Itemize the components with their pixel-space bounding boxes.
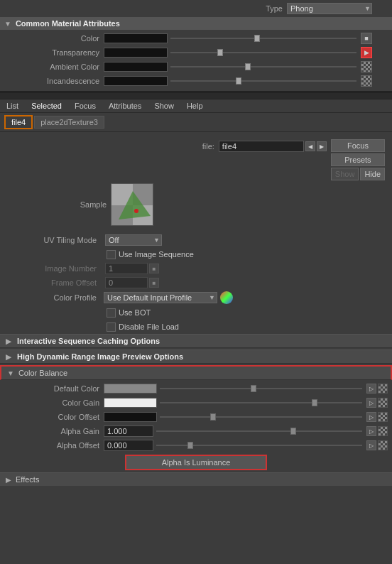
show-btn[interactable]: Show: [331, 168, 359, 180]
alpha-offset-checker[interactable]: [378, 440, 388, 450]
color-offset-icon[interactable]: ▷: [366, 412, 376, 422]
type-label: Type: [254, 4, 283, 13]
interactive-seq-section: ▶ Interactive Sequence Caching Options: [0, 334, 392, 348]
sample-row: Sample: [0, 180, 392, 229]
menu-attributes[interactable]: Attributes: [107, 101, 143, 111]
effects-arrow: ▶: [6, 476, 11, 484]
alpha-gain-checker[interactable]: [378, 426, 388, 436]
alpha-offset-label: Alpha Offset: [0, 441, 99, 450]
frame-offset-input[interactable]: [105, 277, 148, 288]
color-slider[interactable]: [170, 38, 356, 39]
color-profile-select[interactable]: Use Default Input Profile: [104, 292, 217, 303]
file-input[interactable]: [219, 141, 304, 152]
color-gain-icon[interactable]: ▷: [366, 398, 376, 408]
tabs-row: file4 place2dTexture3: [0, 113, 392, 132]
ambient-color-swatch[interactable]: [104, 62, 168, 72]
tab-place2d[interactable]: place2dTexture3: [34, 116, 104, 129]
alpha-offset-row: Alpha Offset ▷: [0, 438, 392, 452]
ambient-color-icon-btn[interactable]: [361, 61, 372, 72]
focus-btn[interactable]: Focus: [331, 139, 385, 152]
incandescence-label: Incandescence: [0, 77, 99, 85]
uv-tiling-wrapper[interactable]: Off ▼: [105, 234, 162, 246]
tab-file4[interactable]: file4: [4, 115, 33, 129]
menu-selected[interactable]: Selected: [29, 101, 64, 111]
color-profile-wrapper[interactable]: Use Default Input Profile ▼: [104, 292, 217, 303]
menu-list[interactable]: List: [4, 101, 21, 111]
color-gain-row: Color Gain ▷: [0, 396, 392, 410]
transparency-slider[interactable]: [170, 52, 356, 53]
scroll-area[interactable]: UV Tiling Mode Off ▼ Use Image Sequence …: [0, 233, 392, 517]
frame-offset-label: Frame Offset: [0, 278, 99, 287]
color-gain-label: Color Gain: [0, 398, 99, 407]
color-profile-row: Color Profile Use Default Input Profile …: [0, 290, 392, 305]
bottom-panel: List Selected Focus Attributes Show Help…: [0, 99, 392, 517]
color-gain-checker[interactable]: [378, 398, 388, 408]
color-balance-header[interactable]: ▼ Color Balance: [0, 365, 392, 380]
type-select-wrapper[interactable]: Phong ▼: [287, 3, 372, 14]
menu-show[interactable]: Show: [152, 101, 176, 111]
uv-tiling-label: UV Tiling Mode: [0, 236, 99, 244]
alpha-gain-slider[interactable]: [156, 430, 362, 432]
uv-tiling-row: UV Tiling Mode Off ▼: [0, 233, 392, 247]
menu-bar: List Selected Focus Attributes Show Help: [0, 99, 392, 113]
color-gain-slider[interactable]: [160, 402, 362, 403]
svg-point-4: [134, 209, 138, 213]
use-bot-checkbox[interactable]: [107, 308, 116, 318]
effects-title: Effects: [16, 475, 39, 484]
color-balance-title: Color Balance: [18, 369, 67, 377]
interactive-seq-header[interactable]: ▶ Interactive Sequence Caching Options: [0, 334, 392, 348]
default-color-row: Default Color ▷: [0, 381, 392, 396]
incandescence-swatch[interactable]: [104, 76, 168, 86]
color-offset-slider[interactable]: [160, 416, 362, 418]
alpha-gain-icon[interactable]: ▷: [366, 426, 376, 436]
incandescence-row: Incandescence: [0, 74, 392, 88]
hdr-header[interactable]: ▶ High Dynamic Range Image Preview Optio…: [0, 349, 392, 364]
alpha-gain-input[interactable]: [104, 425, 153, 437]
type-select[interactable]: Phong: [287, 3, 372, 14]
alpha-gain-row: Alpha Gain ▷: [0, 424, 392, 438]
transparency-label: Transparency: [0, 48, 99, 57]
effects-header[interactable]: ▶ Effects: [0, 472, 392, 486]
alpha-offset-slider[interactable]: [156, 445, 362, 446]
uv-tiling-select[interactable]: Off: [105, 234, 162, 246]
alpha-offset-icon[interactable]: ▷: [366, 440, 376, 450]
incandescence-slider[interactable]: [170, 80, 356, 82]
ambient-color-slider[interactable]: [170, 66, 356, 67]
file-icon-1[interactable]: ◀: [305, 141, 315, 151]
sample-image: [111, 183, 153, 226]
common-material-header[interactable]: ▼ Common Material Attributes: [0, 17, 392, 30]
menu-help[interactable]: Help: [185, 101, 205, 111]
menu-focus[interactable]: Focus: [72, 101, 98, 111]
alpha-is-luminance-btn[interactable]: Alpha Is Luminance: [125, 455, 267, 470]
alpha-offset-input[interactable]: [104, 440, 153, 451]
presets-btn[interactable]: Presets: [331, 153, 385, 166]
transparency-icon-btn[interactable]: ▶: [361, 47, 372, 58]
separator: [0, 92, 392, 99]
color-label: Color: [0, 34, 99, 43]
type-row: Type Phong ▼: [0, 0, 392, 17]
incandescence-icon-btn[interactable]: [361, 75, 372, 87]
transparency-swatch[interactable]: [104, 48, 168, 58]
disable-file-checkbox[interactable]: [107, 322, 116, 332]
default-color-icon[interactable]: ▷: [366, 384, 376, 394]
default-color-swatch[interactable]: [104, 384, 157, 394]
color-offset-checker[interactable]: [378, 412, 388, 422]
image-number-input[interactable]: [105, 263, 148, 274]
color-profile-label: Color Profile: [0, 293, 99, 302]
focus-presets-col: Focus Presets Show Hide: [331, 139, 385, 180]
image-sequence-row: Use Image Sequence: [0, 247, 392, 261]
color-icon-btn[interactable]: ■: [361, 33, 372, 44]
color-swatch[interactable]: [104, 33, 168, 43]
default-color-slider[interactable]: [160, 388, 362, 389]
image-sequence-checkbox[interactable]: [107, 250, 116, 259]
default-color-label: Default Color: [0, 384, 99, 393]
color-row: Color ■: [0, 31, 392, 45]
file-icon-2[interactable]: ▶: [317, 141, 327, 151]
image-number-icon[interactable]: ■: [149, 264, 159, 273]
frame-offset-icon[interactable]: ■: [149, 278, 159, 288]
hide-btn[interactable]: Hide: [360, 168, 385, 180]
default-color-checker[interactable]: [378, 384, 388, 394]
color-offset-swatch[interactable]: [104, 412, 157, 422]
interactive-seq-arrow: ▶: [6, 337, 13, 345]
color-gain-swatch[interactable]: [104, 398, 157, 408]
